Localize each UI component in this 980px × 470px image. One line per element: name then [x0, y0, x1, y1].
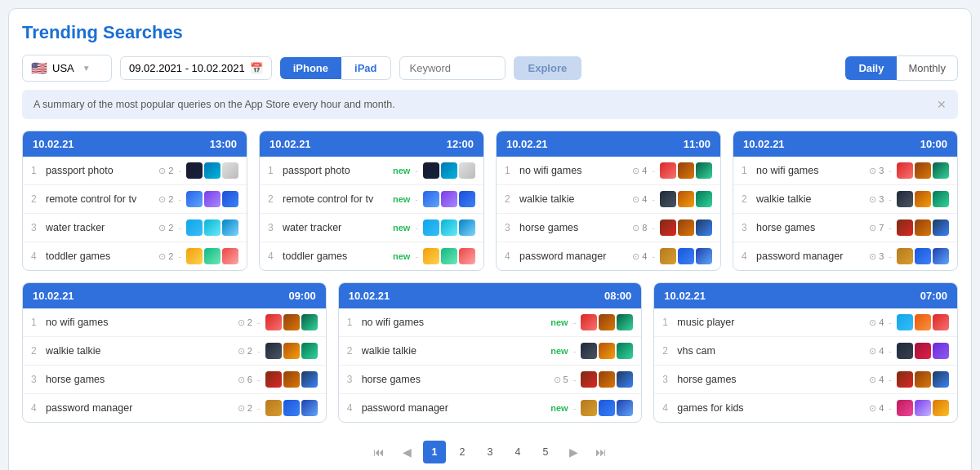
- dash: -: [573, 346, 577, 356]
- row-name[interactable]: no wifi games: [519, 165, 627, 176]
- clock-icon: ⊙: [869, 251, 876, 262]
- time-card: 10.02.2113:00 1 passport photo ⊙2 - 2 re…: [22, 131, 247, 271]
- ipad-button[interactable]: iPad: [341, 56, 390, 80]
- app-icon: [678, 191, 694, 207]
- row-name[interactable]: no wifi games: [756, 165, 864, 176]
- table-row: 3 horse games ⊙4 -: [654, 366, 957, 394]
- table-row: 3 water tracker new -: [260, 214, 483, 242]
- app-icon: [204, 162, 220, 179]
- row-number: 4: [347, 402, 357, 414]
- row-number: 4: [742, 251, 751, 262]
- last-page-button[interactable]: ⏭: [590, 441, 612, 463]
- keyword-input[interactable]: [399, 56, 506, 80]
- row-name[interactable]: vhs cam: [677, 345, 864, 357]
- stat-value: ⊙4: [869, 403, 884, 414]
- row-name[interactable]: walkie talkie: [362, 345, 546, 357]
- page-2-button[interactable]: 2: [451, 441, 474, 463]
- clock-icon: ⊙: [238, 375, 245, 385]
- clock-icon: ⊙: [869, 346, 876, 357]
- new-badge: new: [393, 251, 410, 261]
- clock-icon: ⊙: [158, 194, 166, 205]
- new-badge: new: [393, 194, 410, 204]
- card-date: 10.02.21: [33, 290, 74, 302]
- explore-button[interactable]: Explore: [514, 56, 582, 80]
- page-3-button[interactable]: 3: [479, 441, 501, 463]
- clock-icon: ⊙: [554, 375, 561, 385]
- row-number: 4: [662, 402, 672, 414]
- row-name[interactable]: horse games: [756, 222, 864, 233]
- row-name[interactable]: password manager: [46, 402, 233, 414]
- app-icon: [915, 191, 931, 207]
- card-time: 09:00: [288, 290, 315, 302]
- card-body: 1 no wifi games ⊙3 - 2 walkie talkie ⊙3 …: [733, 157, 957, 270]
- row-name[interactable]: walkie talkie: [46, 345, 233, 357]
- row-name[interactable]: toddler games: [46, 251, 154, 262]
- country-label: USA: [52, 62, 74, 74]
- table-row: 3 horse games ⊙7 -: [733, 214, 957, 242]
- daily-button[interactable]: Daily: [845, 56, 897, 80]
- row-name[interactable]: walkie talkie: [519, 193, 627, 205]
- dash: -: [889, 223, 892, 233]
- card-body: 1 passport photo ⊙2 - 2 remote control f…: [23, 157, 247, 270]
- app-icon: [423, 191, 439, 207]
- page-5-button[interactable]: 5: [534, 441, 557, 463]
- first-page-button[interactable]: ⏮: [368, 441, 390, 463]
- date-picker[interactable]: 09.02.2021 - 10.02.2021 📅: [120, 56, 272, 80]
- app-icons-group: [660, 219, 712, 236]
- row-name[interactable]: remote control for tv: [283, 193, 388, 205]
- app-icon: [897, 314, 913, 330]
- app-icons-group: [265, 314, 318, 330]
- row-name[interactable]: games for kids: [677, 402, 864, 414]
- row-name[interactable]: password manager: [362, 402, 546, 414]
- time-card: 10.02.2108:00 1 no wifi games new - 2 wa…: [338, 282, 643, 423]
- iphone-button[interactable]: iPhone: [280, 57, 341, 79]
- row-name[interactable]: toddler games: [283, 251, 388, 262]
- stat-value: ⊙4: [632, 166, 647, 176]
- row-name[interactable]: water tracker: [283, 222, 388, 233]
- app-icon: [915, 219, 931, 236]
- row-number: 4: [505, 251, 514, 262]
- row-name[interactable]: no wifi games: [362, 317, 546, 328]
- app-icons-group: [265, 343, 318, 359]
- app-icon: [301, 343, 318, 359]
- table-row: 3 horse games ⊙8 -: [497, 214, 720, 242]
- clock-icon: ⊙: [632, 194, 639, 205]
- row-number: 2: [31, 193, 41, 205]
- row-name[interactable]: horse games: [519, 222, 627, 233]
- prev-page-button[interactable]: ◀: [395, 441, 418, 463]
- row-name[interactable]: walkie talkie: [756, 193, 864, 205]
- clock-icon: ⊙: [238, 317, 245, 328]
- row-name[interactable]: password manager: [756, 251, 864, 262]
- row-name[interactable]: horse games: [677, 374, 864, 385]
- row-name[interactable]: water tracker: [46, 222, 154, 233]
- country-select[interactable]: 🇺🇸 USA ▼: [22, 55, 112, 82]
- close-icon[interactable]: ✕: [937, 98, 947, 111]
- row-name[interactable]: music player: [677, 317, 864, 328]
- row-name[interactable]: passport photo: [283, 165, 388, 176]
- dash: -: [257, 403, 261, 413]
- table-row: 1 passport photo ⊙2 -: [23, 157, 247, 185]
- app-icon: [581, 400, 597, 416]
- row-name[interactable]: horse games: [362, 374, 549, 385]
- row-name[interactable]: remote control for tv: [46, 193, 154, 205]
- next-page-button[interactable]: ▶: [562, 441, 585, 463]
- app-icon: [897, 248, 913, 264]
- app-icons-group: [897, 400, 949, 416]
- app-icons-group: [581, 371, 633, 388]
- app-icon: [222, 162, 238, 179]
- app-icon: [186, 219, 203, 236]
- app-icon: [599, 314, 615, 330]
- dash: -: [889, 375, 892, 384]
- monthly-button[interactable]: Monthly: [897, 55, 958, 81]
- row-name[interactable]: horse games: [46, 374, 233, 385]
- card-body: 1 no wifi games ⊙2 - 2 walkie talkie ⊙2 …: [23, 308, 326, 422]
- row-name[interactable]: no wifi games: [46, 317, 233, 328]
- row-number: 2: [742, 193, 751, 205]
- page-4-button[interactable]: 4: [506, 441, 529, 463]
- stat-value: ⊙4: [869, 317, 884, 328]
- row-name[interactable]: passport photo: [46, 165, 154, 176]
- app-icon: [933, 162, 949, 179]
- dash: -: [889, 166, 892, 175]
- row-name[interactable]: password manager: [519, 251, 627, 262]
- page-1-button[interactable]: 1: [423, 441, 446, 463]
